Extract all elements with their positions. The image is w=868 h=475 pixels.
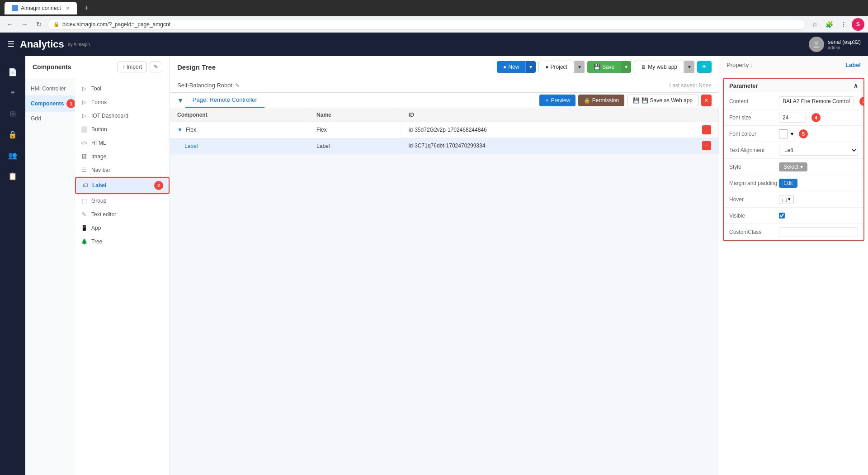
components-title: Components — [33, 63, 71, 71]
content-input[interactable] — [779, 96, 854, 106]
new-tab-button[interactable]: + — [80, 4, 93, 13]
navbar-item-icon: ☰ — [80, 166, 88, 174]
nav-lock-icon[interactable]: 🔒 — [4, 125, 22, 143]
nav-list-icon[interactable]: ≡ — [4, 84, 22, 102]
comp-item-tree[interactable]: 🌲 Tree — [75, 235, 170, 248]
page-tab-label: Page: Remote Controller — [193, 96, 257, 103]
comp-item-tool[interactable]: ▷ Tool — [75, 82, 170, 95]
user-avatar — [809, 37, 824, 52]
style-value: Select ▾ — [779, 162, 858, 171]
table-row[interactable]: ▼ Flex Flex id-35d72G2v2p-1702468244846 … — [170, 122, 719, 138]
new-button[interactable]: ● New — [497, 61, 525, 73]
preview-button[interactable]: ⚬ Preview — [539, 95, 576, 106]
fontcolor-swatch[interactable] — [779, 129, 788, 138]
eye-view-button[interactable]: 👁 — [697, 61, 712, 73]
save-button[interactable]: 💾 Save — [587, 61, 621, 73]
browser-icons-right: ☆ 🧩 ⋮ S — [808, 18, 864, 31]
save-dropdown-button[interactable]: ▾ — [621, 61, 631, 73]
comp-item-label[interactable]: 🏷 Label 2 — [75, 177, 170, 194]
nav-grid-icon[interactable]: ⊞ — [4, 104, 22, 123]
comp-item-forms[interactable]: ▷ Forms — [75, 95, 170, 109]
parameter-collapse-icon[interactable]: ∧ — [854, 82, 858, 89]
components-edit-button[interactable]: ✎ — [150, 62, 162, 72]
comp-item-image[interactable]: 🖼 Image — [75, 150, 170, 163]
customclass-value — [779, 227, 858, 237]
comp-item-html[interactable]: </> HTML — [75, 136, 170, 150]
iot-expand-icon: ▷ — [80, 112, 88, 119]
browser-chrome: Aimagin connect × + — [0, 0, 868, 16]
new-dropdown-button[interactable]: ▾ — [525, 61, 536, 73]
property-header-label: Property : — [726, 62, 752, 68]
user-role: admin — [828, 45, 861, 50]
customclass-input[interactable] — [779, 227, 858, 237]
comp-item-app[interactable]: 📱 App — [75, 221, 170, 235]
visible-checkbox[interactable] — [779, 213, 785, 218]
comp-item-button[interactable]: ⬜ Button — [75, 123, 170, 136]
flex-collapse-icon[interactable]: ▼ — [177, 127, 183, 133]
comp-label-iot: IOT Dashboard — [91, 113, 128, 119]
sidebar-item-components[interactable]: Components 1 — [25, 95, 75, 112]
project-button[interactable]: ● Project — [538, 61, 574, 73]
project-btn-group: ● Project ▾ — [538, 61, 585, 73]
my-web-app-button[interactable]: 🖥 My web app — [634, 61, 684, 73]
mywebapp-dropdown-button[interactable]: ▾ — [684, 61, 694, 73]
logo-text: Analytics — [20, 38, 64, 50]
style-btn-dropdown: ▾ — [800, 164, 803, 170]
hover-label: Hover — [729, 196, 779, 203]
last-saved-text: Last saved: None — [670, 82, 712, 89]
back-button[interactable]: ← — [4, 19, 16, 30]
property-row-customclass: CustomClass — [724, 224, 863, 240]
project-dropdown-button[interactable]: ▾ — [574, 61, 585, 73]
project-name-edit-icon[interactable]: ✎ — [235, 82, 240, 89]
page-tab-remote-controller[interactable]: Page: Remote Controller — [185, 93, 264, 108]
app-item-icon: 📱 — [80, 224, 88, 232]
topbar-user[interactable]: senal (esp32) admin — [809, 37, 861, 52]
project-name-area: Self-Balancing Robot ✎ — [177, 82, 240, 89]
sidebar-item-hmi[interactable]: HMI Controller — [25, 82, 75, 95]
label-delete-button[interactable]: − — [702, 141, 711, 150]
import-button[interactable]: ↑ Import — [118, 62, 147, 72]
forward-button[interactable]: → — [19, 19, 31, 30]
label-component-label[interactable]: Label — [184, 143, 198, 149]
tab-close-button[interactable]: × — [66, 5, 70, 12]
comp-label-forms: Forms — [91, 99, 107, 105]
parameter-title: Parameter — [729, 82, 758, 89]
page-tab-collapse-icon[interactable]: ▼ — [177, 97, 184, 104]
table-row[interactable]: Label Label id-3C71q76dbt-1702470299334 … — [170, 138, 719, 154]
comp-item-text-editor[interactable]: ✎ Text editor — [75, 208, 170, 221]
active-tab[interactable]: Aimagin connect × — [5, 2, 77, 14]
nav-page-icon[interactable]: 📄 — [4, 63, 22, 81]
style-select-button[interactable]: Select ▾ — [779, 162, 807, 171]
address-bar[interactable]: 🔒 bidev.aimagin.com/?_pageId=_page_amgcn… — [47, 19, 806, 30]
close-page-button[interactable]: × — [701, 95, 712, 106]
design-table-container: Component Name ID ▼ Flex — [170, 108, 719, 475]
fontsize-input[interactable] — [779, 113, 806, 123]
comp-item-navbar[interactable]: ☰ Nav bar — [75, 163, 170, 177]
comp-label-tree: Tree — [91, 238, 102, 245]
textalign-label: Text Alignment — [729, 147, 779, 153]
extensions-icon[interactable]: 🧩 — [823, 18, 835, 31]
comp-item-iot[interactable]: ▷ IOT Dashboard — [75, 109, 170, 123]
property-row-fontsize: Font size 4 — [724, 109, 863, 126]
page-tab-actions: ⚬ Preview 🔒 Permission 💾 💾 Save as Web a… — [539, 95, 712, 106]
parameter-section-header: Parameter ∧ — [724, 79, 863, 93]
sidebar-item-grid[interactable]: Grid — [25, 112, 75, 125]
comp-label-button: Button — [91, 126, 107, 133]
menu-icon[interactable]: ⋮ — [837, 18, 850, 31]
hover-box-dropdown[interactable]: ▾ — [788, 196, 791, 202]
save-as-web-app-button[interactable]: 💾 💾 Save as Web app — [627, 95, 698, 106]
bookmark-icon[interactable]: ☆ — [808, 18, 821, 31]
margin-edit-button[interactable]: Edit — [779, 179, 797, 188]
nav-users-icon[interactable]: 👥 — [4, 146, 22, 164]
nav-report-icon[interactable]: 📋 — [4, 167, 22, 185]
fontcolor-dropdown-icon[interactable]: ▾ — [791, 131, 793, 137]
profile-button[interactable]: S — [852, 18, 864, 31]
refresh-button[interactable]: ↻ — [33, 19, 45, 30]
textalign-select[interactable]: Left Center Right — [779, 145, 858, 156]
group-item-icon: ⬚ — [80, 197, 88, 204]
hamburger-menu-icon[interactable]: ☰ — [7, 36, 14, 53]
flex-delete-button[interactable]: − — [702, 125, 711, 134]
permission-button[interactable]: 🔒 Permission — [578, 95, 624, 106]
comp-item-group[interactable]: ⬚ Group — [75, 194, 170, 208]
hover-box-control[interactable]: ⬚ ▾ — [779, 195, 794, 204]
